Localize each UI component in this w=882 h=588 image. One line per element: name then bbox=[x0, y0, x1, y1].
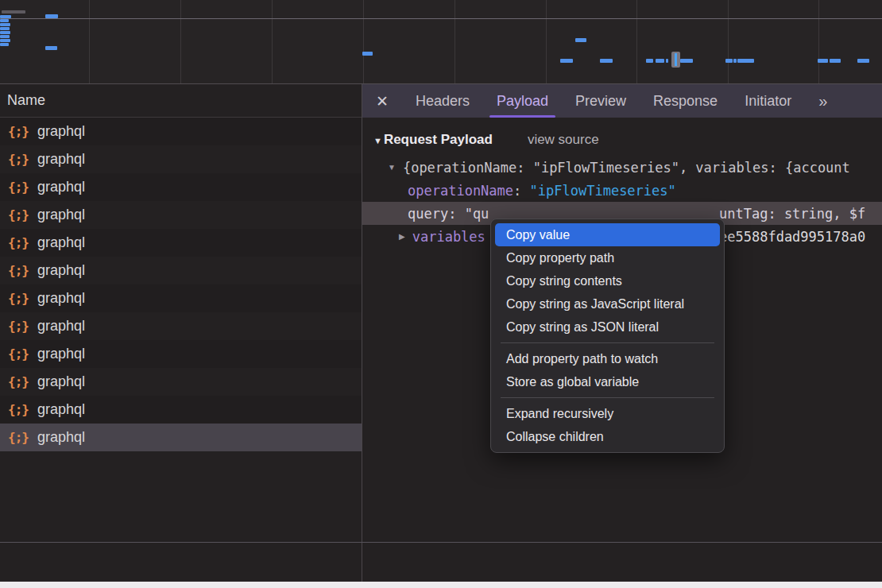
root-preview-text: {operationName: "ipFlowTimeseries", vari… bbox=[403, 160, 850, 176]
request-row-graphql[interactable]: {;}graphql bbox=[0, 424, 362, 451]
json-braces-icon: {;} bbox=[8, 235, 29, 250]
section-title: Request Payload bbox=[384, 132, 493, 148]
overview-gridline bbox=[728, 0, 729, 83]
tree-operationname-row[interactable]: operationName: "ipFlowTimeseries" bbox=[362, 179, 882, 202]
overview-gridline bbox=[546, 0, 547, 83]
more-tabs-icon[interactable]: » bbox=[818, 92, 826, 110]
request-timing-bar bbox=[0, 23, 10, 26]
tab-preview[interactable]: Preview bbox=[575, 84, 626, 118]
request-row-graphql[interactable]: {;}graphql bbox=[0, 396, 362, 424]
request-name-label: graphql bbox=[37, 346, 85, 362]
json-braces-icon: {;} bbox=[8, 152, 29, 167]
request-name-label: graphql bbox=[37, 207, 85, 223]
json-braces-icon: {;} bbox=[8, 402, 29, 417]
json-braces-icon: {;} bbox=[8, 291, 29, 306]
tab-response[interactable]: Response bbox=[653, 84, 718, 118]
request-payload-section-header[interactable]: ▼ Request Payload view source bbox=[362, 118, 882, 148]
section-collapse-icon[interactable]: ▼ bbox=[373, 136, 382, 145]
request-row-graphql[interactable]: {;}graphql bbox=[0, 312, 362, 340]
detail-tabs: HeadersPayloadPreviewResponseInitiator bbox=[416, 84, 791, 118]
overview-gridline bbox=[455, 0, 455, 83]
menu-item-copy-value[interactable]: Copy value bbox=[495, 223, 720, 246]
view-source-link[interactable]: view source bbox=[528, 132, 599, 148]
request-name-label: graphql bbox=[37, 401, 85, 418]
tab-payload[interactable]: Payload bbox=[497, 84, 548, 118]
menu-item-add-property-path-to-watch[interactable]: Add property path to watch bbox=[491, 347, 724, 370]
request-rows: {;}graphql{;}graphql{;}graphql{;}graphql… bbox=[0, 118, 362, 451]
request-name-label: graphql bbox=[37, 151, 85, 168]
name-column-header[interactable]: Name bbox=[0, 84, 362, 118]
request-name-label: graphql bbox=[37, 290, 85, 307]
request-timing-bar bbox=[0, 27, 10, 30]
tree-root-row[interactable]: ▼ {operationName: "ipFlowTimeseries", va… bbox=[362, 156, 882, 179]
overview-gridline bbox=[272, 0, 273, 83]
request-timing-bar bbox=[818, 59, 828, 63]
property-value: "ipFlowTimeseries" bbox=[530, 183, 676, 199]
request-timing-bar bbox=[575, 38, 586, 42]
request-timing-bar bbox=[0, 43, 9, 46]
json-braces-icon: {;} bbox=[8, 374, 29, 389]
request-list-panel: Name {;}graphql{;}graphql{;}graphql{;}gr… bbox=[0, 84, 362, 582]
json-braces-icon: {;} bbox=[8, 180, 29, 195]
request-row-graphql[interactable]: {;}graphql bbox=[0, 284, 362, 312]
request-timing-bar bbox=[680, 59, 693, 63]
request-timing-bar bbox=[646, 59, 653, 63]
request-timing-bar bbox=[830, 59, 841, 63]
overview-gridline bbox=[818, 0, 819, 83]
menu-item-copy-string-contents[interactable]: Copy string contents bbox=[491, 269, 724, 292]
menu-item-copy-string-as-json-literal[interactable]: Copy string as JSON literal bbox=[491, 315, 724, 338]
json-braces-icon: {;} bbox=[8, 263, 29, 278]
request-timing-bar bbox=[362, 52, 373, 56]
tab-initiator[interactable]: Initiator bbox=[745, 84, 791, 118]
request-row-graphql[interactable]: {;}graphql bbox=[0, 229, 362, 257]
menu-item-expand-recursively[interactable]: Expand recursively bbox=[491, 402, 724, 425]
network-overview-timeline[interactable] bbox=[0, 0, 882, 84]
close-icon[interactable]: ✕ bbox=[376, 92, 389, 110]
request-timing-bar bbox=[0, 35, 10, 38]
request-timing-bar bbox=[725, 59, 733, 63]
json-braces-icon: {;} bbox=[8, 124, 29, 139]
menu-item-copy-string-as-javascript-literal[interactable]: Copy string as JavaScript literal bbox=[491, 292, 724, 315]
collapsed-arrow-icon[interactable]: ▶ bbox=[399, 232, 405, 241]
request-timing-bar bbox=[2, 10, 25, 14]
property-key: variables bbox=[412, 229, 485, 245]
request-timing-bar bbox=[600, 59, 613, 63]
overview-gridline bbox=[363, 0, 364, 83]
devtools-network-panel: Name {;}graphql{;}graphql{;}graphql{;}gr… bbox=[0, 0, 882, 588]
request-timing-bar bbox=[0, 31, 10, 34]
expanded-arrow-icon[interactable]: ▼ bbox=[388, 163, 396, 172]
request-timing-bar bbox=[656, 59, 664, 63]
request-timing-bar bbox=[733, 59, 737, 63]
request-timing-bar bbox=[737, 59, 754, 63]
request-row-graphql[interactable]: {;}graphql bbox=[0, 145, 362, 173]
tab-headers[interactable]: Headers bbox=[416, 84, 470, 118]
context-menu: Copy valueCopy property pathCopy string … bbox=[490, 219, 725, 453]
request-name-label: graphql bbox=[37, 179, 85, 195]
name-column-label: Name bbox=[7, 92, 45, 109]
json-braces-icon: {;} bbox=[8, 207, 29, 222]
request-timing-bar bbox=[0, 19, 9, 22]
menu-item-copy-property-path[interactable]: Copy property path bbox=[491, 246, 724, 269]
json-braces-icon: {;} bbox=[8, 430, 29, 445]
menu-separator bbox=[501, 342, 714, 343]
request-timing-bar bbox=[0, 15, 11, 18]
request-timing-bar bbox=[45, 14, 58, 18]
overview-gridline bbox=[180, 0, 181, 83]
menu-item-collapse-children[interactable]: Collapse children bbox=[491, 425, 724, 448]
query-row-left-text: query: "qu bbox=[408, 206, 489, 222]
request-row-graphql[interactable]: {;}graphql bbox=[0, 257, 362, 284]
menu-item-store-as-global-variable[interactable]: Store as global variable bbox=[491, 370, 724, 393]
menu-separator bbox=[501, 397, 714, 398]
request-name-label: graphql bbox=[37, 318, 85, 335]
request-row-graphql[interactable]: {;}graphql bbox=[0, 368, 362, 396]
request-row-graphql[interactable]: {;}graphql bbox=[0, 173, 362, 201]
detail-tabbar: ✕ HeadersPayloadPreviewResponseInitiator… bbox=[362, 84, 882, 118]
request-timing-bar bbox=[0, 39, 10, 42]
variables-row-right-text: ee5588fdad995178a0 bbox=[719, 225, 865, 248]
request-row-graphql[interactable]: {;}graphql bbox=[0, 118, 362, 145]
request-name-label: graphql bbox=[37, 262, 85, 279]
request-row-graphql[interactable]: {;}graphql bbox=[0, 201, 362, 229]
request-row-graphql[interactable]: {;}graphql bbox=[0, 340, 362, 368]
request-name-label: graphql bbox=[37, 429, 85, 446]
json-braces-icon: {;} bbox=[8, 319, 29, 334]
